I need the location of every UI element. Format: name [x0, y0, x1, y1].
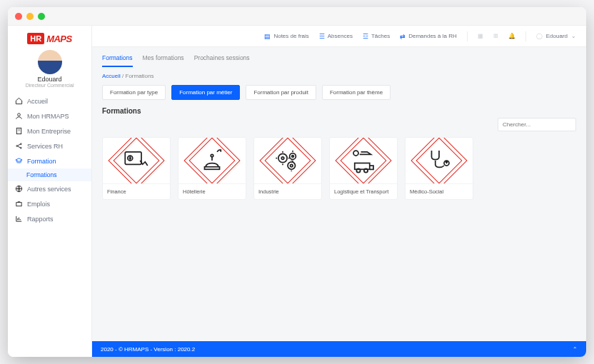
- share-icon: [15, 142, 23, 150]
- chart-icon: [15, 215, 23, 223]
- sidebar-item-mon-entreprise[interactable]: Mon Entreprise: [8, 123, 91, 138]
- tab-formations[interactable]: Formations: [102, 54, 133, 67]
- filter-par-produit[interactable]: Formation par produit: [246, 85, 316, 100]
- sidebar-item-accueil[interactable]: Accueil: [8, 93, 91, 108]
- sidebar-item-label: Accueil: [27, 98, 48, 105]
- topbar: ▤Notes de frais ☰Absences ☲Tâches ⇄Deman…: [92, 26, 586, 47]
- tab-prochaines-sessions[interactable]: Prochaines sessions: [194, 54, 250, 67]
- medical-icon: [424, 146, 454, 176]
- checklist-icon: ☲: [363, 33, 368, 40]
- user-circle-icon: ◯: [536, 33, 543, 39]
- topbar-demandes-rh[interactable]: ⇄Demandes à la RH: [400, 33, 457, 40]
- avatar[interactable]: [38, 50, 62, 74]
- main-content: ▤Notes de frais ☰Absences ☲Tâches ⇄Deman…: [92, 26, 586, 357]
- maximize-window-icon[interactable]: [38, 13, 45, 20]
- svg-point-10: [211, 154, 213, 157]
- minimize-window-icon[interactable]: [26, 13, 34, 20]
- card-hotellerie[interactable]: Hôtellerie: [178, 137, 246, 200]
- page-tabs: Formations Mes formations Prochaines ses…: [102, 47, 576, 67]
- svg-point-11: [278, 153, 287, 162]
- svg-point-0: [18, 113, 21, 116]
- filter-buttons: Formation par type Formation par métier …: [102, 85, 576, 100]
- topbar-absences[interactable]: ☰Absences: [319, 33, 353, 40]
- card-label: Finance: [103, 183, 170, 199]
- filter-par-theme[interactable]: Formation par thème: [322, 85, 391, 100]
- card-label: Médico-Social: [406, 183, 473, 199]
- topbar-username: Edouard: [546, 33, 568, 39]
- finance-icon: [121, 146, 151, 176]
- svg-point-2: [16, 146, 18, 147]
- receipt-icon: ▤: [264, 33, 271, 40]
- window-titlebar: [8, 7, 586, 26]
- topbar-user-menu[interactable]: ◯ Edouard ⌄: [536, 33, 576, 39]
- logo-box: HR: [27, 33, 44, 44]
- sidebar-item-mon-hrmaps[interactable]: Mon HRMAPS: [8, 108, 91, 123]
- logistics-icon: [348, 146, 378, 176]
- search-input[interactable]: [498, 118, 576, 131]
- sidebar-item-label: Rapports: [27, 216, 54, 223]
- formation-cards: Finance Hôtellerie Industrie: [102, 137, 576, 200]
- svg-point-20: [364, 168, 368, 172]
- card-logistique[interactable]: Logistique et Transport: [329, 137, 398, 200]
- card-finance[interactable]: Finance: [102, 137, 171, 200]
- sidebar-item-formation[interactable]: Formation: [8, 153, 91, 168]
- svg-rect-9: [205, 167, 220, 170]
- card-medico-social[interactable]: Médico-Social: [405, 137, 473, 200]
- breadcrumb-root[interactable]: Accueil: [102, 73, 121, 79]
- chevron-down-icon: ⌄: [571, 33, 576, 39]
- chevron-up-icon[interactable]: ⌃: [573, 346, 578, 353]
- sidebar-item-label: Formation: [27, 158, 56, 165]
- card-label: Hôtellerie: [178, 183, 246, 199]
- sidebar-item-label: Mon Entreprise: [27, 128, 71, 135]
- close-window-icon[interactable]: [15, 13, 22, 20]
- svg-point-14: [292, 156, 294, 158]
- sidebar-item-label: Mon HRMAPS: [27, 113, 69, 120]
- footer: 2020 - © HRMAPS - Version : 2020.2 ⌃: [92, 341, 586, 357]
- svg-point-16: [291, 164, 293, 167]
- sidebar-sub-formations[interactable]: Formations: [8, 168, 91, 181]
- globe-icon: [15, 185, 23, 193]
- section-title: Formations: [102, 107, 576, 115]
- sidebar-item-services-rh[interactable]: Services RH: [8, 138, 91, 153]
- sidebar-item-label: Autres services: [27, 186, 71, 193]
- sidebar-nav: Accueil Mon HRMAPS Mon Entreprise Servic…: [8, 93, 91, 226]
- grid-icon[interactable]: ▦: [478, 33, 483, 39]
- sidebar-item-rapports[interactable]: Rapports: [8, 211, 91, 226]
- sidebar-item-autres-services[interactable]: Autres services: [8, 181, 91, 196]
- card-label: Industrie: [254, 183, 321, 199]
- topbar-notes-de-frais[interactable]: ▤Notes de frais: [264, 33, 308, 40]
- footer-text: 2020 - © HRMAPS - Version : 2020.2: [101, 346, 195, 353]
- logo: HR MAPS: [8, 26, 91, 49]
- home-icon: [15, 97, 23, 105]
- tab-mes-formations[interactable]: Mes formations: [143, 54, 184, 67]
- sidebar: HR MAPS Edouard Directeur Commercial Acc…: [8, 26, 92, 357]
- svg-point-19: [356, 168, 360, 172]
- divider: [525, 31, 526, 41]
- svg-point-15: [288, 162, 296, 170]
- graduation-icon: [15, 157, 23, 165]
- svg-point-17: [353, 151, 358, 156]
- divider: [467, 31, 468, 41]
- hotel-icon: [197, 146, 227, 176]
- sidebar-item-emplois[interactable]: Emplois: [8, 196, 91, 211]
- user-name: Edouard: [8, 76, 91, 83]
- topbar-taches[interactable]: ☲Tâches: [363, 33, 390, 40]
- bell-icon[interactable]: 🔔: [508, 33, 515, 39]
- app-window: HR MAPS Edouard Directeur Commercial Acc…: [8, 7, 586, 357]
- svg-point-3: [20, 143, 21, 145]
- filter-par-metier[interactable]: Formation par métier: [171, 85, 240, 100]
- sidebar-item-label: Services RH: [27, 143, 63, 150]
- svg-rect-1: [16, 128, 21, 133]
- briefcase-icon: [15, 200, 23, 208]
- svg-point-13: [290, 153, 296, 160]
- apps-icon[interactable]: ⊞: [493, 33, 498, 39]
- logo-text: MAPS: [46, 34, 72, 44]
- breadcrumb-current: Formations: [126, 73, 154, 79]
- calendar-icon: ☰: [319, 33, 325, 40]
- sidebar-item-label: Emplois: [27, 201, 50, 208]
- svg-point-4: [20, 147, 21, 148]
- breadcrumb: Accueil / Formations: [102, 67, 576, 85]
- card-industrie[interactable]: Industrie: [253, 137, 322, 200]
- request-icon: ⇄: [400, 33, 406, 40]
- filter-par-type[interactable]: Formation par type: [102, 85, 166, 100]
